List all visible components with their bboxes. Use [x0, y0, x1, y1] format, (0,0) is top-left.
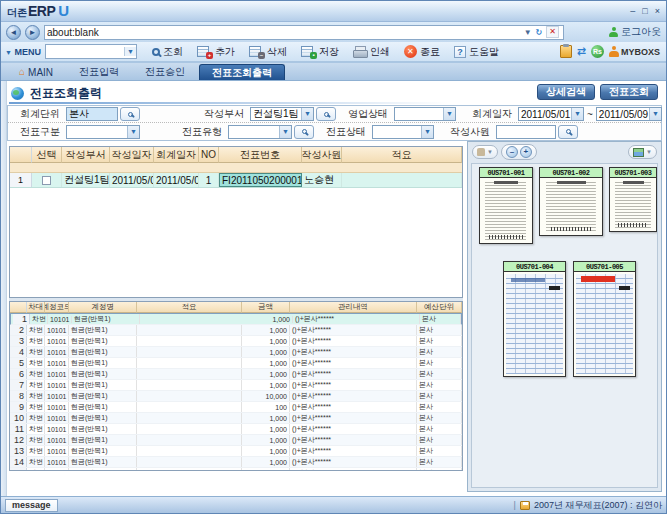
column-header-작성부서[interactable]: 작성부서: [62, 147, 110, 163]
column-header-차대[interactable]: 차대: [27, 302, 45, 313]
dept-select[interactable]: 컨설팅1팀▼: [250, 107, 314, 121]
voucher-div-select[interactable]: ▼: [66, 125, 140, 139]
grid-cell: 14: [10, 457, 27, 467]
column-header-계정코드[interactable]: 계정코드: [45, 302, 69, 313]
table-row[interactable]: 7차변10101현금(반목1)1,000()+본사******본사: [10, 380, 462, 391]
sales-status-select[interactable]: ▼: [394, 107, 456, 121]
sync-icon[interactable]: ⇄: [577, 45, 586, 58]
logout-button[interactable]: 로그아웃: [609, 25, 661, 39]
table-row[interactable]: 1컨설팅1팀2011/05/022011/05/021FI20110502000…: [10, 173, 462, 188]
add-button[interactable]: +추가: [190, 44, 242, 60]
forward-button[interactable]: ►: [25, 25, 40, 40]
tab-bar: ⌂MAIN전표입력전표승인전표조회출력: [1, 63, 666, 81]
row-checkbox[interactable]: [42, 176, 51, 185]
zoom-in-button[interactable]: +: [520, 146, 532, 158]
toolbar-right-icons: ⇄ Rs MYBOXS: [560, 45, 662, 58]
writer-search-button[interactable]: [558, 125, 578, 139]
acct-date-from[interactable]: 2011/05/01▼: [518, 107, 584, 121]
table-row[interactable]: 6차변10101현금(반목1)1,000()+본사******본사: [10, 369, 462, 380]
receipt-thumbnail[interactable]: 0US701-005: [573, 261, 636, 377]
column-header-계정명[interactable]: 계정명: [69, 302, 137, 313]
save-button[interactable]: ▪저장: [294, 44, 346, 60]
help-button[interactable]: ?도움말: [447, 44, 506, 60]
grid-cell: 본사: [417, 391, 462, 401]
detail-search-button[interactable]: 상세검색: [537, 84, 595, 100]
print-button[interactable]: 인쇄: [346, 44, 397, 60]
voucher-no-cell[interactable]: FI2011050200001: [219, 173, 302, 187]
dept-search-button[interactable]: [316, 107, 336, 121]
column-header-작성사원[interactable]: 작성사원: [302, 147, 342, 163]
receipt-thumbnail[interactable]: 0US701-002: [539, 167, 603, 236]
grid-cell[interactable]: [32, 173, 62, 187]
message-button[interactable]: message: [5, 499, 58, 512]
table-row[interactable]: 9차변10101현금(반목1)100()+본사******본사: [10, 402, 462, 413]
exit-button[interactable]: ✕종료: [397, 44, 447, 60]
column-header-관리내역[interactable]: 관리내역: [290, 302, 417, 313]
column-header-금액[interactable]: 금액: [242, 302, 290, 313]
minimize-button[interactable]: –: [630, 6, 635, 16]
dept-label: 작성부서: [140, 107, 244, 121]
acct-unit-search-button[interactable]: [120, 107, 140, 121]
menu-label[interactable]: ▼ MENU: [5, 47, 41, 57]
table-row[interactable]: 2차변10101현금(반목1)1,000()+본사******본사: [10, 325, 462, 336]
grid-cell: 현금(반목1): [69, 369, 137, 379]
column-header-예산단위[interactable]: 예산단위: [417, 302, 462, 313]
clipboard-icon[interactable]: [560, 45, 572, 58]
voucher-search-button[interactable]: 전표조회: [600, 84, 658, 100]
voucher-type-select[interactable]: ▼: [228, 125, 292, 139]
grid-cell: 10101: [45, 347, 69, 357]
grid-cell: 차변: [27, 336, 45, 346]
myboxs-button[interactable]: MYBOXS: [609, 46, 660, 57]
acct-date-to[interactable]: 2011/05/09▼: [596, 107, 662, 121]
tab-voucher-approve[interactable]: 전표승인: [133, 64, 197, 80]
search-button[interactable]: 조회: [145, 44, 190, 60]
image-mode-button[interactable]: ▼: [628, 145, 657, 159]
maximize-button[interactable]: □: [642, 6, 647, 16]
stop-icon[interactable]: ✕: [546, 26, 559, 38]
pan-tool-button[interactable]: ▼: [472, 145, 498, 159]
address-dropdown-icon[interactable]: ▼: [524, 28, 532, 37]
tab-main[interactable]: ⌂MAIN: [7, 64, 65, 80]
column-header-선택[interactable]: 선택: [32, 147, 62, 163]
refresh-icon[interactable]: ↻: [536, 28, 543, 37]
table-row[interactable]: 5차변10101현금(반목1)1,000()+본사******본사: [10, 358, 462, 369]
address-input[interactable]: [47, 26, 522, 39]
close-button[interactable]: ×: [655, 6, 660, 16]
delete-button[interactable]: –삭제: [242, 44, 294, 60]
table-row[interactable]: 12차변10101현금(반목1)1,000()+본사******본사: [10, 435, 462, 446]
zoom-out-button[interactable]: –: [506, 146, 518, 158]
receipt-thumbnail[interactable]: 0US701-004: [503, 261, 566, 377]
back-button[interactable]: ◄: [6, 25, 21, 40]
menu-combo[interactable]: ▼: [45, 44, 137, 59]
corner-cell: [10, 302, 27, 313]
column-header-적요[interactable]: 적요: [342, 147, 462, 163]
acct-unit-input[interactable]: [66, 107, 118, 121]
table-row[interactable]: 10차변10101현금(반목1)1,000()+본사******본사: [10, 413, 462, 424]
rs-icon[interactable]: Rs: [591, 45, 604, 58]
voucher-status-select[interactable]: ▼: [372, 125, 434, 139]
column-header-회계일자[interactable]: 회계일자: [154, 147, 199, 163]
add-button-label: 추가: [215, 45, 235, 59]
table-row[interactable]: 8차변10101현금(반목1)10,000()+본사******본사: [10, 391, 462, 402]
table-row[interactable]: 14차변10101현금(반목1)1,000()+본사******본사: [10, 457, 462, 468]
table-row[interactable]: 1차변10101현금(반목1)1,000()+본사******본사: [10, 313, 462, 325]
column-header-작성일자[interactable]: 작성일자: [110, 147, 154, 163]
writer-input[interactable]: [496, 125, 556, 139]
receipt-thumbnail[interactable]: 0US701-001: [479, 167, 533, 244]
grid-cell: 현금(반목1): [69, 380, 137, 390]
tab-voucher-entry[interactable]: 전표입력: [67, 64, 131, 80]
table-row[interactable]: 4차변10101현금(반목1)1,000()+본사******본사: [10, 347, 462, 358]
table-row[interactable]: 15대변10101현금(반목1)10,000()+본사******본사: [10, 468, 462, 471]
tab-voucher-inquiry[interactable]: 전표조회출력: [199, 64, 285, 80]
grid-cell: [137, 402, 242, 412]
table-row[interactable]: 13차변10101현금(반목1)1,000()+본사******본사: [10, 446, 462, 457]
table-row[interactable]: 3차변10101현금(반목1)1,000()+본사******본사: [10, 336, 462, 347]
receipt-thumbnail[interactable]: 0US701-003: [609, 167, 657, 232]
voucher-line-grid: 차대계정코드계정명적요금액관리내역예산단위1차변10101현금(반목1)1,00…: [9, 301, 463, 471]
column-header-적요[interactable]: 적요: [137, 302, 242, 313]
column-header-NO[interactable]: NO: [199, 147, 219, 163]
voucher-type-search-button[interactable]: [294, 125, 314, 139]
table-row[interactable]: 11차변10101현금(반목1)1,000()+본사******본사: [10, 424, 462, 435]
logo-kr: 더존: [7, 6, 27, 20]
column-header-전표번호[interactable]: 전표번호: [219, 147, 302, 163]
